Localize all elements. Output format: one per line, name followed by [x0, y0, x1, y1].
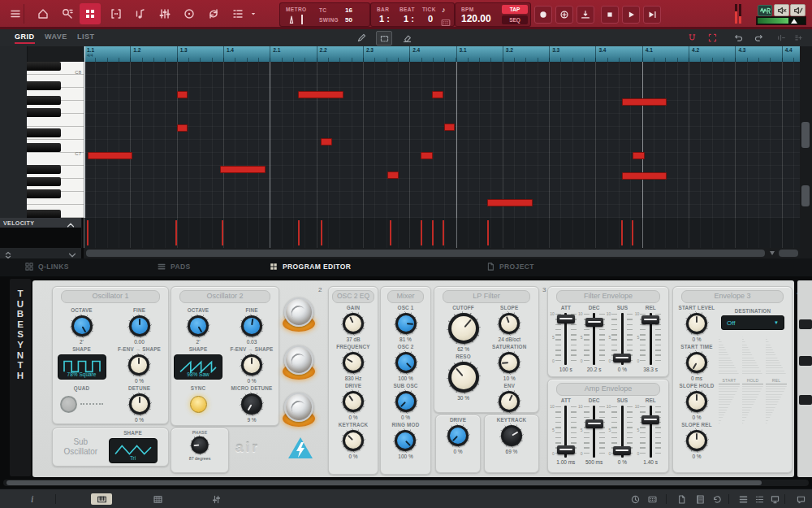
- detail-list-icon[interactable]: [753, 493, 766, 505]
- midi-note[interactable]: [177, 91, 188, 98]
- swing-value[interactable]: 50: [345, 16, 352, 24]
- knob-gain[interactable]: [341, 311, 365, 336]
- bpm-value[interactable]: 120.00: [461, 13, 491, 24]
- automation-read-button[interactable]: [758, 5, 772, 16]
- shape-display[interactable]: 78% Square: [58, 354, 106, 380]
- black-key[interactable]: [27, 108, 61, 117]
- list-icon[interactable]: [736, 493, 749, 505]
- slider-dec[interactable]: DEC1050500 ms: [584, 397, 605, 465]
- slider-thumb[interactable]: [613, 354, 631, 363]
- slider-thumb[interactable]: [641, 315, 659, 324]
- pad-bank-icon[interactable]: [646, 493, 659, 505]
- slider-thumb[interactable]: [557, 315, 575, 323]
- knob-saturation[interactable]: [497, 350, 521, 375]
- midi-note[interactable]: [444, 124, 455, 131]
- knob-env[interactable]: [497, 389, 521, 414]
- faders-icon[interactable]: [209, 493, 222, 505]
- quad-button[interactable]: [60, 396, 77, 413]
- velocity-stem[interactable]: [487, 220, 489, 245]
- knob-f-env-shape[interactable]: [240, 353, 264, 377]
- program-edit-icon[interactable]: [130, 3, 151, 24]
- panel-tab-pads[interactable]: PADS: [157, 262, 191, 271]
- history-icon[interactable]: [710, 493, 723, 505]
- knob-slope-rel[interactable]: [685, 428, 709, 453]
- black-key[interactable]: [27, 165, 61, 174]
- knob-start-level[interactable]: [685, 311, 709, 336]
- timeline-ruler[interactable]: 1.14/41.21.31.42.12.22.32.43.13.23.33.44…: [84, 46, 800, 62]
- black-key[interactable]: [27, 62, 61, 71]
- nudge-rows-button[interactable]: [791, 31, 806, 44]
- scroll-button[interactable]: [770, 251, 775, 255]
- knob-slope[interactable]: [497, 311, 521, 336]
- velocity-stem[interactable]: [421, 220, 422, 245]
- black-key[interactable]: [27, 210, 61, 218]
- black-key[interactable]: [27, 96, 61, 105]
- slider-att[interactable]: ATT10501.00 ms: [555, 397, 577, 465]
- stop-button[interactable]: [601, 6, 619, 24]
- knob-keytrack[interactable]: [341, 428, 365, 453]
- knob-osc-1[interactable]: [394, 311, 418, 336]
- record-button[interactable]: [534, 6, 552, 24]
- shape-display[interactable]: 98% Saw: [174, 354, 222, 380]
- slider-sus[interactable]: SUS10500 %: [611, 305, 633, 372]
- black-key[interactable]: [27, 81, 61, 90]
- velocity-stem[interactable]: [298, 220, 300, 245]
- velocity-stem[interactable]: [87, 220, 89, 245]
- tube-knob-2[interactable]: [280, 345, 317, 380]
- knob-fine[interactable]: [127, 314, 152, 338]
- black-key[interactable]: [27, 143, 61, 152]
- slider-dec[interactable]: DEC105020.2 s: [584, 305, 605, 372]
- panel-tab-q-links[interactable]: Q-LINKS: [24, 262, 69, 271]
- midi-note[interactable]: [220, 166, 266, 173]
- panel-tab-program-editor[interactable]: PROGRAM EDITOR: [269, 262, 351, 271]
- velocity-stem[interactable]: [175, 220, 177, 245]
- midi-note[interactable]: [421, 152, 433, 159]
- sub-shape-display[interactable]: Tri: [109, 438, 158, 463]
- record-in-button[interactable]: [577, 6, 594, 24]
- scroll-thumb[interactable]: [801, 185, 810, 206]
- slider-sus[interactable]: SUS10500 %: [611, 397, 633, 465]
- midi-note[interactable]: [633, 152, 645, 159]
- keyboard-icon[interactable]: [91, 493, 112, 505]
- magnet-button[interactable]: [685, 31, 699, 44]
- piano-keyboard[interactable]: C8C7: [27, 62, 84, 218]
- velocity-header[interactable]: VELOCITY: [0, 218, 81, 228]
- notebook-icon[interactable]: [693, 493, 706, 505]
- knob-octave[interactable]: [186, 314, 210, 338]
- caret-icon[interactable]: [248, 3, 258, 24]
- locators-icon[interactable]: [106, 3, 127, 24]
- region-button[interactable]: [705, 31, 719, 44]
- metronome-icon[interactable]: [286, 14, 297, 25]
- velocity-stem[interactable]: [222, 220, 223, 245]
- black-key[interactable]: [27, 189, 61, 198]
- undo-button[interactable]: [731, 31, 745, 44]
- piano-roll-grid[interactable]: [84, 62, 800, 218]
- beat-value[interactable]: 1 :: [404, 14, 414, 24]
- midi-note[interactable]: [321, 138, 332, 145]
- knob-fine[interactable]: [240, 314, 264, 338]
- knob-octave[interactable]: [70, 314, 94, 338]
- knob-micro-detune[interactable]: [240, 392, 264, 416]
- tab-grid[interactable]: GRID: [15, 33, 35, 44]
- slider-thumb[interactable]: [585, 318, 603, 327]
- tube-knob-1[interactable]: [280, 297, 317, 332]
- seq-mode-button[interactable]: SEQ: [502, 15, 528, 24]
- knob-frequency[interactable]: [341, 350, 365, 375]
- marquee-tool[interactable]: [376, 31, 392, 46]
- velocity-stem[interactable]: [432, 220, 434, 245]
- velocity-grid[interactable]: [84, 218, 800, 248]
- slider-thumb[interactable]: [613, 446, 631, 455]
- master-mute-button[interactable]: [774, 4, 789, 16]
- scroll-thumb[interactable]: [86, 250, 765, 257]
- eraser-tool[interactable]: [400, 31, 414, 44]
- midi-note[interactable]: [88, 152, 132, 159]
- slider-thumb[interactable]: [641, 415, 659, 424]
- slider-att[interactable]: ATT1050100 s: [555, 305, 577, 372]
- mixer-icon[interactable]: [154, 3, 175, 24]
- tab-wave[interactable]: WAVE: [45, 33, 67, 41]
- track-list-icon[interactable]: [227, 3, 248, 24]
- clock-icon[interactable]: [628, 493, 641, 505]
- velocity-stem[interactable]: [443, 220, 444, 245]
- grid-editor-icon[interactable]: [80, 3, 101, 24]
- doc-icon[interactable]: [675, 493, 688, 505]
